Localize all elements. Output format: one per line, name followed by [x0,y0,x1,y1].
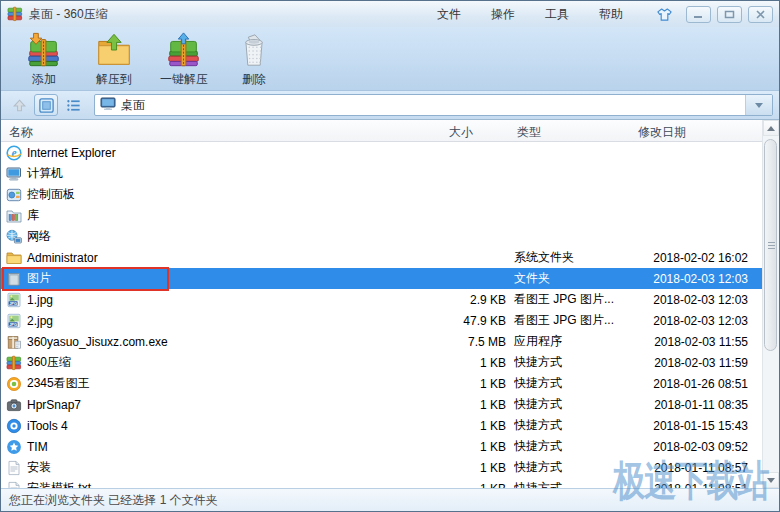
close-button[interactable] [748,6,773,23]
large-icon-view-button[interactable] [34,94,58,116]
file-name: HprSnap7 [27,398,81,412]
file-row[interactable]: JPG 1.jpg 2.9 KB 看图王 JPG 图片... 2018-02-0… [1,289,762,310]
file-list: e Internet Explorer 计算机 控制面板 库 [1,142,762,488]
file-name: iTools 4 [27,419,68,433]
folder-icon [6,250,22,266]
file-size: 47.9 KB [431,314,506,328]
file-date: 2018-01-26 08:51 [638,377,748,391]
path-combobox[interactable]: 桌面 [94,94,773,116]
column-header-size[interactable]: 大小 [449,124,473,141]
file-name: 360压缩 [27,354,71,371]
file-row[interactable]: iTools 4 1 KB 快捷方式 2018-01-15 15:43 [1,415,762,436]
file-name: 2.jpg [27,314,53,328]
list-view-button[interactable] [61,94,85,116]
file-date: 2018-01-11 08:57 [638,461,748,475]
file-row[interactable]: Administrator 系统文件夹 2018-02-02 16:02 [1,247,762,268]
menu-tools[interactable]: 工具 [530,2,584,27]
file-row[interactable]: 计算机 [1,163,762,184]
one-click-extract-button-label: 一键解压 [160,71,208,88]
file-type: 系统文件夹 [514,249,638,266]
file-size: 1 KB [431,461,506,475]
menu-file[interactable]: 文件 [422,2,476,27]
file-row[interactable]: 图片 文件夹 2018-02-03 12:03 [1,268,762,289]
ie-icon: e [6,145,22,161]
delete-button-label: 删除 [242,71,266,88]
zip360-icon [6,355,22,371]
file-date: 2018-02-03 11:55 [638,335,748,349]
extract-to-button[interactable]: 解压到 [79,29,149,89]
path-dropdown-button[interactable] [745,95,772,115]
file-type: 快捷方式 [514,354,638,371]
tim-icon [6,439,22,455]
svg-text:JPG: JPG [9,300,17,305]
file-name: Administrator [27,251,98,265]
file-date: 2018-02-03 09:52 [638,440,748,454]
file-type: 快捷方式 [514,396,638,413]
file-type: 快捷方式 [514,459,638,476]
file-date: 2018-02-03 12:03 [638,293,748,307]
file-date: 2018-01-11 08:35 [638,398,748,412]
large-icon-view-icon [38,97,55,114]
vertical-scrollbar[interactable] [762,120,779,488]
column-header-name[interactable]: 名称 [9,124,33,141]
file-type: 快捷方式 [514,417,638,434]
delete-button[interactable]: 删除 [219,29,289,89]
up-folder-button[interactable] [7,94,31,116]
scroll-up-button[interactable] [763,120,779,136]
file-row[interactable]: HprSnap7 1 KB 快捷方式 2018-01-11 08:35 [1,394,762,415]
file-date: 2018-02-03 12:03 [638,272,748,286]
address-bar: 桌面 [1,91,779,119]
file-row[interactable]: 360压缩 1 KB 快捷方式 2018-02-03 11:59 [1,352,762,373]
menu-help[interactable]: 帮助 [584,2,638,27]
chevron-down-icon [755,103,763,108]
app-window: 桌面 - 360压缩 文件 操作 工具 帮助 添加 [0,0,780,512]
file-name: 计算机 [27,165,63,182]
file-row[interactable]: 360yasuo_Jisuxz.com.exe 7.5 MB 应用程序 2018… [1,331,762,352]
minimize-button[interactable] [686,6,711,23]
file-row[interactable]: 安装 1 KB 快捷方式 2018-01-11 08:57 [1,457,762,478]
file-size: 1 KB [431,440,506,454]
skin-shirt-icon[interactable] [652,4,676,24]
file-row[interactable]: JPG 2.jpg 47.9 KB 看图王 JPG 图片... 2018-02-… [1,310,762,331]
control-panel-icon [6,187,22,203]
file-name: 2345看图王 [27,375,90,392]
one-click-extract-button[interactable]: 一键解压 [149,29,219,89]
scrollbar-track[interactable] [763,136,779,472]
column-header-date[interactable]: 修改日期 [638,124,686,141]
svg-text:e: e [11,147,16,159]
file-type: 快捷方式 [514,438,638,455]
add-button[interactable]: 添加 [9,29,79,89]
file-name: 1.jpg [27,293,53,307]
file-row[interactable]: 库 [1,205,762,226]
scroll-down-button[interactable] [763,472,779,488]
list-view-icon [65,97,82,114]
file-row[interactable]: e Internet Explorer [1,142,762,163]
file-name: 控制面板 [27,186,75,203]
file-type: 应用程序 [514,333,638,350]
scrollbar-thumb[interactable] [764,139,777,351]
column-header-row: 名称 大小 类型 修改日期 [1,120,762,142]
desktop-icon [100,97,116,114]
file-row[interactable]: TIM 1 KB 快捷方式 2018-02-03 09:52 [1,436,762,457]
file-type: 看图王 JPG 图片... [514,291,638,308]
file-row[interactable]: 网络 [1,226,762,247]
file-name: 安装 [27,459,51,476]
extract-to-button-label: 解压到 [96,71,132,88]
jpg-icon: JPG [6,292,22,308]
file-name: TIM [27,440,48,454]
file-date: 2018-02-03 12:03 [638,314,748,328]
file-browser: 名称 大小 类型 修改日期 e Internet Explorer 计算机 控制… [1,119,779,488]
menu-actions[interactable]: 操作 [476,2,530,27]
file-row[interactable]: 安装模板.txt 1 KB 快捷方式 2018-01-11 08:51 [1,478,762,488]
file-type: 看图王 JPG 图片... [514,312,638,329]
column-header-type[interactable]: 类型 [517,124,541,141]
file-name: 360yasuo_Jisuxz.com.exe [27,335,168,349]
window-controls [686,6,773,23]
network-icon [6,229,22,245]
path-value: 桌面 [95,97,745,114]
maximize-button[interactable] [717,6,742,23]
exe-icon [6,334,22,350]
file-name: 库 [27,207,39,224]
file-row[interactable]: 控制面板 [1,184,762,205]
file-row[interactable]: 2345看图王 1 KB 快捷方式 2018-01-26 08:51 [1,373,762,394]
